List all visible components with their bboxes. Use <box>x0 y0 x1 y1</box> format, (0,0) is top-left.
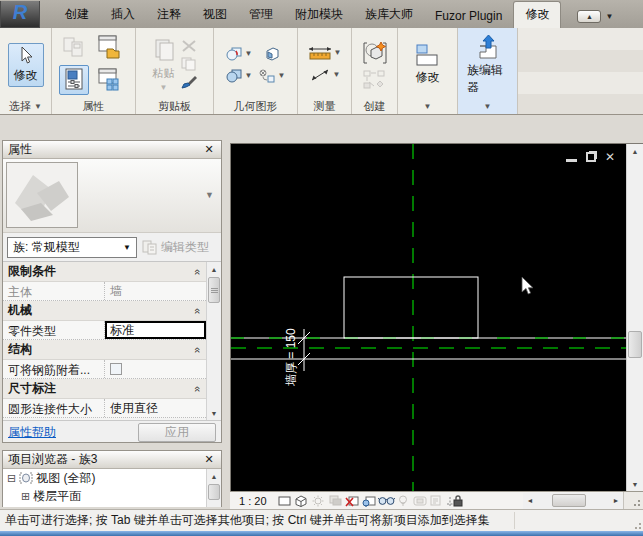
create-similar-icon[interactable] <box>363 70 387 90</box>
family-selector-dropdown[interactable]: 族: 常规模型 ▼ <box>7 237 137 258</box>
part-type-value-cell[interactable]: 标准 <box>105 321 206 339</box>
temporary-view-properties-icon[interactable] <box>429 493 446 509</box>
property-grid-scrollbar[interactable]: ▲ ▼ <box>206 262 221 420</box>
visual-style-icon[interactable] <box>293 493 310 509</box>
restore-icon[interactable] <box>586 152 596 162</box>
section-mechanical[interactable]: 机械« <box>3 301 206 321</box>
tree-item-views[interactable]: ⊟ 视图 (全部) <box>3 469 221 487</box>
family-editor-button[interactable]: 族编辑器 <box>461 31 514 99</box>
tab-insert[interactable]: 插入 <box>100 2 146 28</box>
property-row-rebar: 可将钢筋附着... <box>3 360 206 379</box>
aligned-dimension-button[interactable]: ▼ <box>309 67 341 83</box>
ribbon-collapse-control[interactable]: ▲ ▼ <box>577 10 613 23</box>
close-icon[interactable]: ✕ <box>605 151 615 163</box>
expand-box-icon[interactable]: ⊞ <box>21 491 30 502</box>
detail-level-icon[interactable] <box>276 493 293 509</box>
join-geometry-button[interactable]: ▼ <box>226 69 253 83</box>
section-constraints[interactable]: 限制条件« <box>3 262 206 282</box>
scrollbar-track[interactable] <box>537 493 609 509</box>
tab-family-library-master[interactable]: 族库大师 <box>354 2 424 28</box>
cut-icon[interactable] <box>181 39 197 53</box>
scrollbar-thumb[interactable] <box>208 277 220 303</box>
ribbon: 修改 选择▼ <box>0 28 643 115</box>
scroll-right-icon[interactable]: ► <box>609 493 623 509</box>
property-help-link[interactable]: 属性帮助 <box>8 424 56 441</box>
measure-button[interactable]: ▼ <box>308 46 342 60</box>
tab-modify[interactable]: 修改 <box>513 1 561 28</box>
panel-create-label: 创建 <box>352 99 397 114</box>
chevron-down-icon: ▼ <box>333 71 341 79</box>
join-box-icon[interactable] <box>264 47 280 61</box>
type-selector-combo[interactable]: ▼ <box>78 162 218 229</box>
close-icon[interactable]: ✕ <box>202 143 216 156</box>
application-menu-button[interactable]: R <box>0 1 40 28</box>
scrollbar-thumb[interactable] <box>552 494 586 507</box>
ribbon-collapse-icon[interactable]: ▲ <box>577 10 601 23</box>
property-row-host: 主体 墙 <box>3 282 206 301</box>
canvas-vertical-scrollbar[interactable]: ▲ ▼ <box>626 144 643 492</box>
wall-thickness-dimension[interactable]: 墙厚 = 150 <box>284 328 310 386</box>
modify-button[interactable]: 修改 <box>409 40 447 89</box>
minimize-icon[interactable] <box>566 159 577 162</box>
type-preview-area: ▼ <box>3 159 221 233</box>
apply-button[interactable]: 应用 <box>138 423 216 442</box>
section-structural[interactable]: 结构« <box>3 340 206 360</box>
properties-palette-button[interactable] <box>59 65 89 95</box>
match-type-brush-icon[interactable] <box>180 75 198 90</box>
scroll-up-icon[interactable]: ▲ <box>207 469 221 483</box>
properties-palette-header[interactable]: 属性 ✕ <box>3 141 221 159</box>
scale-button[interactable]: 1 : 20 <box>230 492 276 509</box>
create-group-icon[interactable] <box>362 40 388 66</box>
family-types-button[interactable] <box>94 65 124 95</box>
scroll-up-icon[interactable]: ▲ <box>627 144 643 159</box>
resize-grip[interactable] <box>623 492 643 509</box>
modify-select-button[interactable]: 修改 <box>8 43 44 87</box>
canvas-horizontal-scrollbar[interactable]: ◄ ► <box>523 493 623 509</box>
scroll-down-icon[interactable]: ▼ <box>627 477 643 492</box>
scrollbar-thumb[interactable] <box>628 331 642 358</box>
scroll-left-icon[interactable]: ◄ <box>523 493 537 509</box>
close-icon[interactable]: ✕ <box>202 453 216 466</box>
tab-addins[interactable]: 附加模块 <box>284 2 354 28</box>
reveal-constraints-icon[interactable] <box>446 493 463 509</box>
chevron-down-icon[interactable]: ▼ <box>605 12 613 21</box>
drawing-canvas-svg[interactable]: 墙厚 = 150 <box>231 144 627 492</box>
extrusion-rectangle[interactable] <box>344 277 478 338</box>
panel-modify-dropdown[interactable]: ▼ <box>398 99 457 114</box>
panel-select-label[interactable]: 选择▼ <box>0 99 51 114</box>
project-browser-header[interactable]: 项目浏览器 - 族3 ✕ <box>3 451 221 469</box>
temporary-hide-isolate-icon[interactable] <box>378 493 395 509</box>
crop-view-icon[interactable] <box>344 493 361 509</box>
scroll-down-icon[interactable]: ▼ <box>207 406 221 420</box>
show-crop-region-icon[interactable] <box>361 493 378 509</box>
window-bottom-border <box>0 531 643 536</box>
tab-view[interactable]: 视图 <box>192 2 238 28</box>
worksharing-display-icon[interactable] <box>412 493 429 509</box>
family-category-button[interactable] <box>94 32 124 62</box>
drawing-area[interactable]: 墙厚 = 150 ✕ ▲ ▼ <box>230 143 643 491</box>
collapse-box-icon[interactable]: ⊟ <box>7 473 16 484</box>
scrollbar-thumb[interactable] <box>208 484 220 500</box>
dimension-label[interactable]: 墙厚 = 150 <box>284 328 298 386</box>
properties-toggle-button[interactable] <box>59 32 89 62</box>
browser-scrollbar[interactable]: ▲ <box>206 469 221 507</box>
merge-geometry-icon <box>226 69 243 83</box>
scroll-up-icon[interactable]: ▲ <box>207 262 221 276</box>
rebar-checkbox[interactable] <box>110 363 122 375</box>
paste-button[interactable]: 粘贴 ▼ <box>152 37 176 92</box>
reveal-hidden-elements-icon[interactable] <box>395 493 412 509</box>
shadows-icon[interactable] <box>327 493 344 509</box>
tree-item-floor-plans[interactable]: ⊞ 楼层平面 <box>3 487 221 505</box>
cut-geometry-button[interactable]: ▼ <box>226 47 253 61</box>
tab-fuzor-plugin[interactable]: Fuzor Plugin <box>424 5 513 28</box>
tab-annotate[interactable]: 注释 <box>146 2 192 28</box>
section-dimensions[interactable]: 尺寸标注« <box>3 379 206 399</box>
copy-icon[interactable] <box>181 57 197 71</box>
tab-create[interactable]: 创建 <box>54 2 100 28</box>
sun-path-icon[interactable] <box>310 493 327 509</box>
tab-manage[interactable]: 管理 <box>238 2 284 28</box>
edit-type-button[interactable]: 编辑类型 <box>142 239 217 256</box>
edit-type-icon <box>142 239 158 255</box>
split-button[interactable]: ▼ <box>259 69 286 83</box>
panel-family-editor-dropdown[interactable]: ▼ <box>458 100 517 114</box>
